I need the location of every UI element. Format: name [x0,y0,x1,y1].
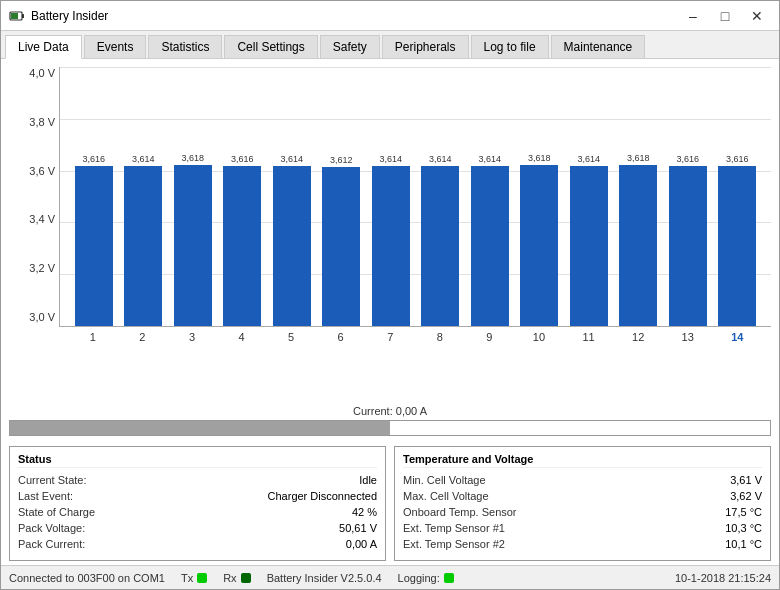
bar-value-10: 3,618 [528,154,551,163]
bar-value-9: 3,614 [478,155,501,164]
status-value-1: Idle [359,474,377,486]
bar-value-8: 3,614 [429,155,452,164]
bar-group-9: 3,614 [466,67,514,326]
bar-5 [273,166,311,326]
window-title: Battery Insider [31,9,108,23]
bottom-panels: Status Current State: Idle Last Event: C… [1,442,779,565]
chart-wrapper: 4,0 V 3,8 V 3,6 V 3,4 V 3,2 V 3,0 V [59,67,771,343]
bar-value-5: 3,614 [280,155,303,164]
temp-label-5: Ext. Temp Sensor #2 [403,538,505,550]
title-bar: Battery Insider – □ ✕ [1,1,779,31]
bar-10 [520,165,558,326]
status-row-4: Pack Voltage: 50,61 V [18,522,377,534]
tx-led [197,573,207,583]
tab-log-to-file[interactable]: Log to file [471,35,549,58]
status-label-4: Pack Voltage: [18,522,85,534]
tab-safety[interactable]: Safety [320,35,380,58]
status-bar: Connected to 003F00 on COM1 Tx Rx Batter… [1,565,779,589]
status-panel-title: Status [18,453,377,468]
bar-value-14: 3,616 [726,155,749,164]
temp-row-3: Onboard Temp. Sensor 17,5 °C [403,506,762,518]
x-label-2: 2 [119,331,167,343]
status-row-5: Pack Current: 0,00 A [18,538,377,550]
bar-group-4: 3,616 [219,67,267,326]
x-label-6: 6 [317,331,365,343]
x-axis-labels: 1234567891011121314 [59,327,771,343]
bar-2 [124,166,162,326]
bar-group-7: 3,614 [367,67,415,326]
tab-peripherals[interactable]: Peripherals [382,35,469,58]
tx-indicator: Tx [181,572,207,584]
progress-fill [10,421,390,435]
svg-rect-2 [11,13,18,19]
minimize-button[interactable]: – [679,6,707,26]
y-label-38: 3,8 V [11,116,55,128]
status-value-3: 42 % [352,506,377,518]
bar-9 [471,166,509,326]
close-button[interactable]: ✕ [743,6,771,26]
connection-status: Connected to 003F00 on COM1 [9,572,165,584]
bar-group-1: 3,616 [70,67,118,326]
status-row-3: State of Charge 42 % [18,506,377,518]
temp-row-4: Ext. Temp Sensor #1 10,3 °C [403,522,762,534]
tab-statistics[interactable]: Statistics [148,35,222,58]
x-label-12: 12 [614,331,662,343]
logging-led [444,573,454,583]
datetime: 10-1-2018 21:15:24 [675,572,771,584]
bar-group-12: 3,618 [615,67,663,326]
bar-12 [619,165,657,326]
bar-value-11: 3,614 [577,155,600,164]
temp-value-1: 3,61 V [730,474,762,486]
temp-label-1: Min. Cell Voltage [403,474,486,486]
status-label-1: Current State: [18,474,86,486]
bar-value-3: 3,618 [181,154,204,163]
rx-indicator: Rx [223,572,250,584]
content-area: 4,0 V 3,8 V 3,6 V 3,4 V 3,2 V 3,0 V [1,59,779,565]
x-label-11: 11 [565,331,613,343]
bar-value-13: 3,616 [676,155,699,164]
x-label-10: 10 [515,331,563,343]
chart-area: 4,0 V 3,8 V 3,6 V 3,4 V 3,2 V 3,0 V [1,59,779,399]
temp-panel: Temperature and Voltage Min. Cell Voltag… [394,446,771,561]
x-label-5: 5 [267,331,315,343]
tx-label: Tx [181,572,193,584]
temp-value-3: 17,5 °C [725,506,762,518]
status-label-2: Last Event: [18,490,73,502]
y-label-30: 3,0 V [11,311,55,323]
x-label-4: 4 [218,331,266,343]
bar-value-7: 3,614 [379,155,402,164]
tab-live-data[interactable]: Live Data [5,35,82,59]
app-version: Battery Insider V2.5.0.4 [267,572,382,584]
battery-icon [9,8,25,24]
bar-13 [669,166,707,326]
bar-group-5: 3,614 [268,67,316,326]
bar-group-11: 3,614 [565,67,613,326]
temp-label-3: Onboard Temp. Sensor [403,506,517,518]
status-label-5: Pack Current: [18,538,85,550]
progress-bar [9,420,771,436]
bar-group-10: 3,618 [516,67,564,326]
tab-bar: Live Data Events Statistics Cell Setting… [1,31,779,59]
temp-label-4: Ext. Temp Sensor #1 [403,522,505,534]
bar-14 [718,166,756,326]
maximize-button[interactable]: □ [711,6,739,26]
status-row-2: Last Event: Charger Disconnected [18,490,377,502]
tab-events[interactable]: Events [84,35,147,58]
x-label-9: 9 [466,331,514,343]
bar-group-8: 3,614 [417,67,465,326]
status-row-1: Current State: Idle [18,474,377,486]
current-label: Current: 0,00 A [9,405,771,417]
svg-rect-1 [22,14,24,18]
temp-row-5: Ext. Temp Sensor #2 10,1 °C [403,538,762,550]
bar-1 [75,166,113,326]
bar-value-12: 3,618 [627,154,650,163]
tab-cell-settings[interactable]: Cell Settings [224,35,317,58]
rx-label: Rx [223,572,236,584]
temp-label-2: Max. Cell Voltage [403,490,489,502]
tab-maintenance[interactable]: Maintenance [551,35,646,58]
x-label-8: 8 [416,331,464,343]
bar-6 [322,167,360,326]
bar-4 [223,166,261,326]
temp-value-5: 10,1 °C [725,538,762,550]
bar-group-3: 3,618 [169,67,217,326]
